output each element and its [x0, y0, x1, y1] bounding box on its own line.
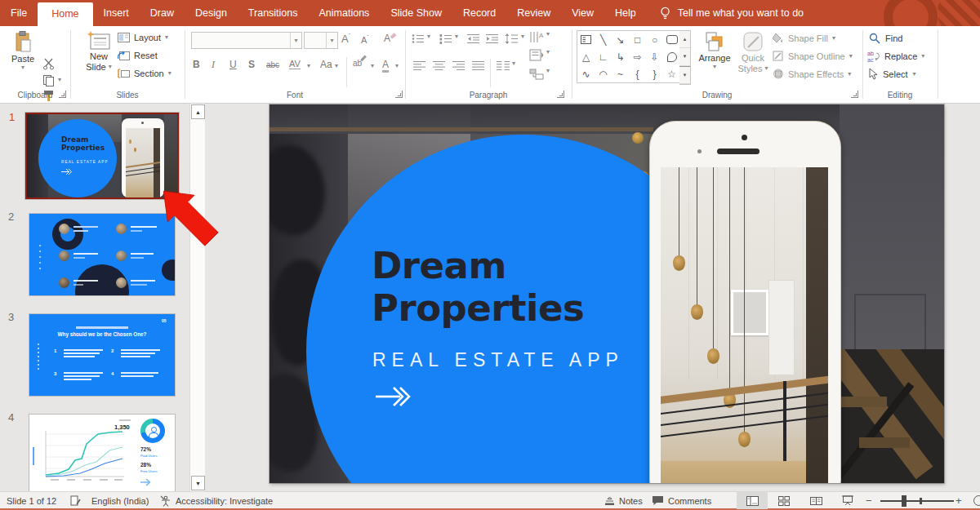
- shape-gallery-scrollbar[interactable]: ▲ ▼ ▼: [679, 30, 691, 85]
- tab-animations[interactable]: Animations: [309, 0, 381, 26]
- thumbnail-scroll-up-button[interactable]: ▲: [191, 104, 205, 119]
- reset-button[interactable]: Reset: [118, 51, 158, 60]
- gallery-scroll-up-icon[interactable]: ▲: [679, 31, 690, 48]
- tab-file[interactable]: File: [0, 0, 38, 26]
- fit-to-window-icon[interactable]: [973, 495, 980, 506]
- shape-arrow-down-icon[interactable]: ⇩: [646, 48, 663, 65]
- shape-oval-icon[interactable]: ○: [646, 31, 663, 48]
- language-button[interactable]: English (India): [91, 492, 149, 509]
- tab-record[interactable]: Record: [452, 0, 506, 26]
- shape-elbow-arrow-icon[interactable]: ↳: [612, 48, 629, 65]
- shape-rectangle-icon[interactable]: □: [629, 31, 646, 48]
- copy-chevron-icon[interactable]: ▾: [58, 77, 61, 83]
- increase-indent-button[interactable]: [486, 33, 499, 46]
- bold-button[interactable]: B: [193, 59, 200, 70]
- slide-phone-mockup[interactable]: [649, 121, 841, 483]
- comments-button[interactable]: Comments: [652, 492, 711, 509]
- tab-review[interactable]: Review: [506, 0, 561, 26]
- slide-subtitle[interactable]: REAL ESTATE APP: [372, 349, 624, 371]
- align-left-button[interactable]: [413, 60, 426, 71]
- find-button[interactable]: Find: [869, 33, 902, 44]
- highlight-color-button[interactable]: ab: [353, 59, 362, 68]
- arrange-button[interactable]: Arrange ▾: [696, 31, 733, 70]
- decrease-indent-button[interactable]: [467, 33, 480, 46]
- shape-outline-button[interactable]: Shape Outline ▾: [773, 51, 853, 61]
- shape-rounded-rectangle-icon[interactable]: [663, 31, 680, 48]
- change-case-chevron-icon[interactable]: ▾: [335, 63, 338, 69]
- tab-home[interactable]: Home: [38, 2, 92, 26]
- underline-button[interactable]: U: [229, 59, 237, 70]
- shape-line-arrow-icon[interactable]: ↘: [612, 31, 629, 48]
- tab-design[interactable]: Design: [185, 0, 238, 26]
- thumbnail-slide-3[interactable]: 05 Why should we be the Chosen One? 1 2 …: [29, 314, 175, 396]
- grow-font-button[interactable]: Aˆ: [341, 33, 350, 45]
- slide-title[interactable]: Dream Properties: [372, 245, 584, 330]
- cut-icon[interactable]: [42, 58, 55, 70]
- highlight-chevron-icon[interactable]: ▾: [371, 63, 374, 69]
- zoom-slider-thumb[interactable]: [902, 495, 906, 507]
- tab-help[interactable]: Help: [604, 0, 647, 26]
- layout-button[interactable]: Layout ▾: [118, 33, 168, 42]
- char-spacing-chevron-icon[interactable]: ▾: [307, 63, 310, 69]
- slide-canvas[interactable]: Dream Properties REAL ESTATE APP: [270, 104, 944, 483]
- slide-sorter-view-button[interactable]: [768, 492, 800, 509]
- shape-gallery[interactable]: ╲ ↘ □ ○ △ ∟ ↳ ⇨ ⇩ ∿ ◠ ~ { } ☆: [577, 30, 681, 83]
- thumbnail-slide-2[interactable]: [29, 214, 175, 295]
- shape-triangle-icon[interactable]: △: [577, 48, 595, 65]
- shape-curve-icon[interactable]: ~: [612, 65, 629, 82]
- shrink-font-button[interactable]: Aˇ: [361, 34, 369, 45]
- tab-draw[interactable]: Draw: [140, 0, 185, 26]
- align-right-button[interactable]: [452, 60, 466, 71]
- zoom-slider-track[interactable]: [880, 500, 954, 502]
- notes-button[interactable]: Notes: [604, 492, 643, 509]
- shape-left-brace-icon[interactable]: {: [629, 65, 646, 82]
- character-spacing-button[interactable]: AV: [289, 59, 301, 69]
- shape-textbox-icon[interactable]: [577, 31, 595, 48]
- replace-button[interactable]: ab ac Replace ▾: [867, 51, 924, 62]
- new-slide-button[interactable]: New Slide ▾: [80, 31, 118, 72]
- shape-arc-icon[interactable]: ◠: [595, 65, 612, 82]
- normal-view-button[interactable]: [737, 492, 768, 509]
- columns-button[interactable]: ▾: [497, 60, 515, 71]
- strikethrough-button[interactable]: abc: [266, 60, 279, 69]
- italic-button[interactable]: I: [212, 59, 215, 71]
- slideshow-view-button[interactable]: [832, 492, 863, 509]
- convert-smartart-button[interactable]: ▾: [529, 68, 550, 80]
- thumbnail-slide-4[interactable]: 1,350 72% Paid Users 28% Free Users: [29, 415, 175, 491]
- shape-fill-button[interactable]: Shape Fill ▾: [773, 33, 835, 43]
- text-direction-button[interactable]: A ▾: [529, 31, 550, 43]
- font-name-input[interactable]: ▾: [191, 32, 302, 49]
- shape-right-brace-icon[interactable]: }: [646, 65, 663, 82]
- font-dialog-launcher[interactable]: [395, 91, 403, 98]
- tab-view[interactable]: View: [561, 0, 604, 26]
- align-text-button[interactable]: ▾: [529, 49, 550, 61]
- numbering-button[interactable]: ▾: [439, 33, 458, 44]
- zoom-out-button[interactable]: −: [866, 492, 872, 509]
- zoom-in-button[interactable]: +: [956, 492, 962, 509]
- shape-elbow-connector-icon[interactable]: ∟: [595, 48, 612, 65]
- gallery-scroll-down-icon[interactable]: ▼: [679, 48, 690, 65]
- shape-arrow-right-icon[interactable]: ⇨: [629, 48, 646, 65]
- paragraph-dialog-launcher[interactable]: [557, 91, 564, 98]
- thumbnail-scroll-down-button[interactable]: ▼: [191, 476, 205, 490]
- font-size-input[interactable]: ▾: [304, 32, 338, 49]
- thumbnail-slide-1[interactable]: DreamProperties REAL ESTATE APP: [25, 113, 179, 199]
- quick-styles-button[interactable]: Quick Styles ▾: [735, 31, 771, 73]
- drawing-dialog-launcher[interactable]: [851, 91, 858, 98]
- shape-star-icon[interactable]: ☆: [663, 65, 680, 82]
- tab-slide-show[interactable]: Slide Show: [380, 0, 452, 26]
- slide-indicator[interactable]: Slide 1 of 12: [7, 492, 56, 509]
- shape-line-icon[interactable]: ╲: [595, 31, 612, 48]
- accessibility-button[interactable]: Accessibility: Investigate: [160, 492, 273, 509]
- justify-button[interactable]: [472, 60, 485, 71]
- shadow-button[interactable]: S: [248, 59, 255, 70]
- tab-insert[interactable]: Insert: [93, 0, 140, 26]
- proofing-button[interactable]: [70, 492, 81, 509]
- paste-button[interactable]: Paste ▾: [7, 31, 39, 71]
- bullets-button[interactable]: ▾: [412, 33, 430, 44]
- tab-transitions[interactable]: Transitions: [238, 0, 309, 26]
- clipboard-dialog-launcher[interactable]: [59, 91, 66, 98]
- line-spacing-button[interactable]: ▾: [505, 33, 524, 44]
- align-center-button[interactable]: [433, 60, 446, 71]
- thumbnail-scrollbar[interactable]: ▲ ▼: [189, 104, 206, 491]
